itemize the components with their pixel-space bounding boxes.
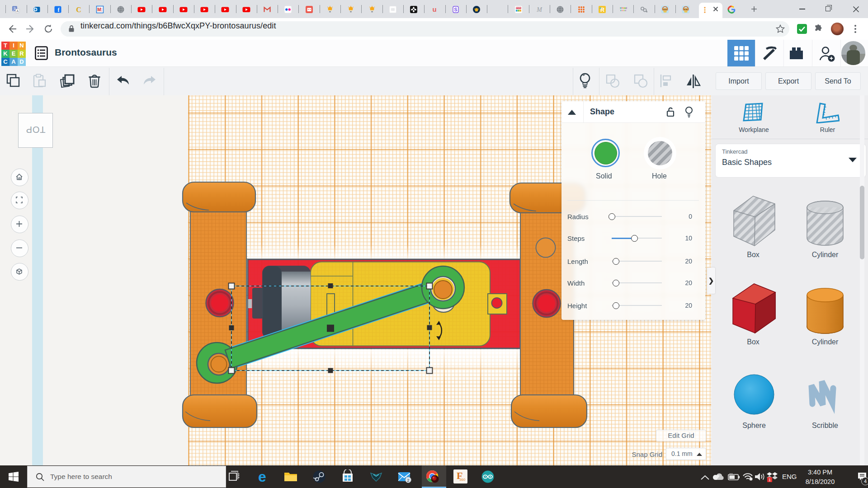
svg-text:A: A (626, 7, 627, 9)
svg-text:S: S (454, 7, 457, 12)
svg-text:Box: Box (747, 338, 760, 346)
svg-text:u: u (433, 5, 437, 13)
svg-text:bricks: bricks (516, 7, 522, 9)
svg-text:Box: Box (747, 251, 760, 258)
svg-text:e: e (258, 469, 266, 484)
svg-text:2: 2 (407, 478, 409, 483)
svg-text:Sphere: Sphere (742, 422, 766, 429)
svg-text:1: 1 (769, 478, 771, 482)
svg-text:Cylinder: Cylinder (812, 251, 839, 258)
svg-text:Cylinder: Cylinder (812, 338, 839, 346)
svg-text:M: M (536, 6, 542, 13)
svg-text:A: A (17, 9, 19, 13)
svg-text:M:: M: (97, 7, 103, 12)
svg-text:C: C (76, 6, 82, 14)
svg-text:R: R (600, 7, 604, 13)
svg-text:Scribble: Scribble (812, 422, 838, 429)
